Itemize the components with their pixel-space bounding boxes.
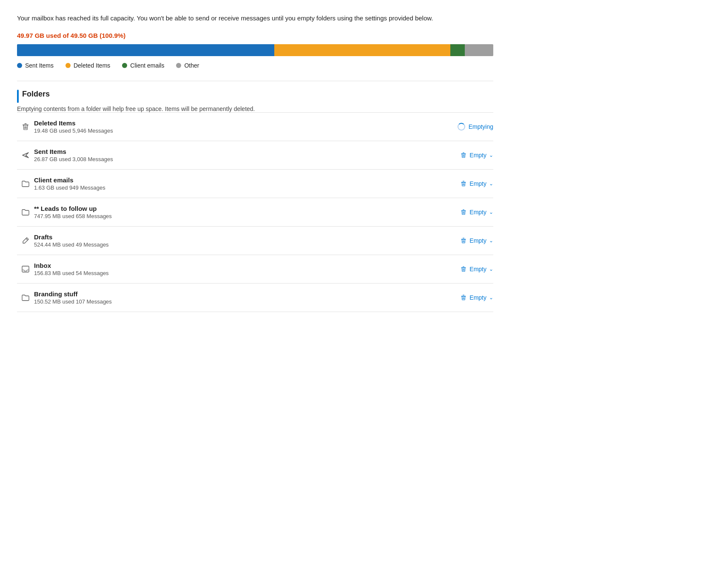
folder-info: ** Leads to follow up747.95 MB used 658 … (34, 205, 442, 219)
empty-button[interactable]: Empty⌄ (442, 266, 493, 272)
folder-icon (17, 179, 34, 188)
legend-dot (176, 63, 181, 68)
folder-icon (17, 293, 34, 302)
folders-subtext: Emptying contents from a folder will hel… (17, 105, 493, 112)
legend-item: Other (176, 62, 199, 69)
empty-label: Empty (469, 237, 486, 244)
inbox-icon (17, 265, 34, 273)
chevron-down-icon: ⌄ (489, 295, 493, 301)
trash-icon (17, 122, 34, 131)
chevron-down-icon: ⌄ (489, 266, 493, 272)
chevron-down-icon: ⌄ (489, 209, 493, 215)
empty-button[interactable]: Empty⌄ (442, 152, 493, 159)
empty-button[interactable]: Empty⌄ (442, 237, 493, 244)
folder-meta: 150.52 MB used 107 Messages (34, 298, 442, 305)
folder-name: Drafts (34, 233, 442, 241)
folder-name: Client emails (34, 176, 442, 184)
svg-rect-17 (463, 209, 464, 210)
svg-rect-1 (25, 123, 27, 124)
folder-meta: 156.83 MB used 54 Messages (34, 270, 442, 276)
folder-row: Drafts524.44 MB used 49 Messages Empty⌄ (17, 226, 493, 255)
legend-dot (122, 63, 127, 68)
folder-row: ** Leads to follow up747.95 MB used 658 … (17, 198, 493, 226)
svg-rect-12 (463, 181, 464, 181)
empty-label: Empty (469, 209, 486, 216)
chevron-down-icon: ⌄ (489, 181, 493, 187)
folder-name: Inbox (34, 262, 442, 269)
folder-icon (17, 208, 34, 216)
folder-info: Drafts524.44 MB used 49 Messages (34, 233, 442, 248)
spinner-icon (458, 123, 465, 131)
folder-info: Sent Items26.87 GB used 3,008 Messages (34, 148, 442, 162)
folder-row: Sent Items26.87 GB used 3,008 Messages E… (17, 141, 493, 169)
usage-label: 49.97 GB used of 49.50 GB (100.9%) (17, 32, 493, 39)
empty-label: Empty (469, 266, 486, 272)
folder-row: Client emails1.63 GB used 949 Messages E… (17, 169, 493, 198)
empty-label: Empty (469, 180, 486, 187)
legend-label: Deleted Items (74, 62, 110, 69)
empty-button[interactable]: Empty⌄ (442, 180, 493, 187)
pencil-icon (17, 236, 34, 245)
legend-label: Sent Items (25, 62, 54, 69)
chevron-down-icon: ⌄ (489, 238, 493, 244)
folder-info: Deleted Items19.48 GB used 5,946 Message… (34, 119, 442, 134)
chevron-down-icon: ⌄ (489, 152, 493, 158)
empty-label: Empty (469, 152, 486, 159)
folder-row: Deleted Items19.48 GB used 5,946 Message… (17, 112, 493, 141)
folder-meta: 19.48 GB used 5,946 Messages (34, 128, 442, 134)
folder-meta: 524.44 MB used 49 Messages (34, 241, 442, 248)
empty-button[interactable]: Empty⌄ (442, 209, 493, 216)
folders-heading: Folders (22, 90, 50, 99)
folder-name: Sent Items (34, 148, 442, 155)
folder-info: Branding stuff150.52 MB used 107 Message… (34, 290, 442, 305)
svg-line-21 (26, 238, 28, 240)
legend: Sent ItemsDeleted ItemsClient emailsOthe… (17, 62, 493, 69)
empty-button[interactable]: Empty⌄ (442, 294, 493, 301)
folder-meta: 26.87 GB used 3,008 Messages (34, 156, 442, 162)
emptying-action: Emptying (442, 123, 493, 131)
legend-label: Client emails (130, 62, 164, 69)
empty-label: Empty (469, 294, 486, 301)
legend-dot (17, 63, 22, 68)
folder-row: Inbox156.83 MB used 54 Messages Empty⌄ (17, 255, 493, 283)
send-icon (17, 151, 34, 159)
usage-bar (17, 44, 493, 56)
folder-info: Client emails1.63 GB used 949 Messages (34, 176, 442, 191)
folder-name: Deleted Items (34, 119, 442, 127)
legend-dot (65, 63, 71, 68)
legend-item: Deleted Items (65, 62, 110, 69)
folder-name: Branding stuff (34, 290, 442, 298)
svg-rect-7 (463, 152, 464, 153)
legend-item: Client emails (122, 62, 164, 69)
folder-meta: 1.63 GB used 949 Messages (34, 184, 442, 191)
folder-name: ** Leads to follow up (34, 205, 442, 212)
legend-label: Other (184, 62, 199, 69)
svg-rect-29 (463, 266, 464, 267)
folder-list: Deleted Items19.48 GB used 5,946 Message… (17, 112, 493, 312)
folder-row: Branding stuff150.52 MB used 107 Message… (17, 283, 493, 312)
svg-rect-34 (463, 295, 464, 295)
svg-rect-23 (463, 238, 464, 238)
divider (17, 81, 493, 81)
folder-info: Inbox156.83 MB used 54 Messages (34, 262, 442, 276)
legend-item: Sent Items (17, 62, 54, 69)
emptying-label: Emptying (469, 123, 493, 130)
warning-text: Your mailbox has reached its full capaci… (17, 14, 493, 23)
folder-meta: 747.95 MB used 658 Messages (34, 213, 442, 219)
